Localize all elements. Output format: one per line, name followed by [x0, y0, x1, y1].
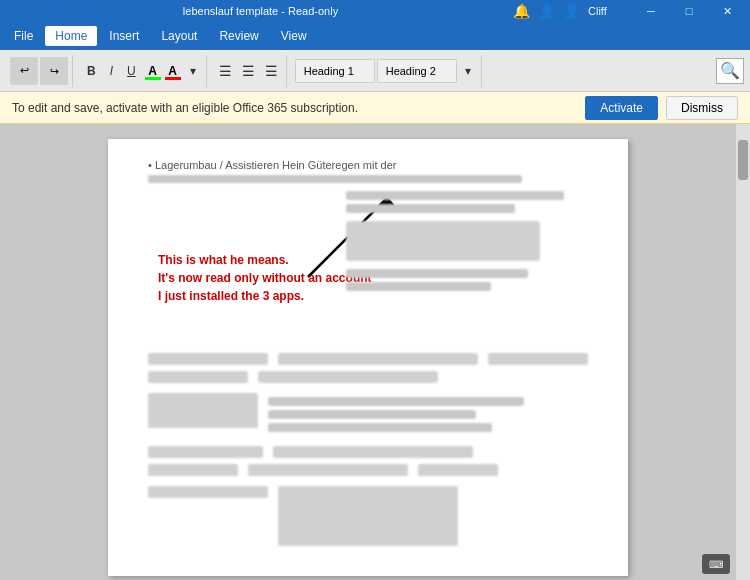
undo-group: ↩ ↩ — [6, 55, 73, 87]
underline-button[interactable]: U — [121, 61, 142, 81]
annotation-area: This is what he means. It's now read onl… — [148, 187, 588, 347]
notification-text: To edit and save, activate with an eligi… — [12, 101, 577, 115]
document-canvas: • Lagerumbau / Assistieren Hein Güterege… — [0, 124, 736, 580]
styles-dropdown[interactable]: ▾ — [459, 61, 477, 81]
title-bar: lebenslauf template - Read-only 🔔 👤 👤 Cl… — [0, 0, 750, 22]
bell-icon[interactable]: 🔔 — [513, 3, 530, 19]
numbered-button[interactable]: ☰ — [238, 61, 259, 81]
bullets-button[interactable]: ☰ — [215, 61, 236, 81]
font-color-button[interactable]: A — [164, 62, 182, 80]
menu-file[interactable]: File — [4, 26, 43, 46]
document-page: • Lagerumbau / Assistieren Hein Güterege… — [108, 139, 628, 576]
annotation-text: This is what he means. It's now read onl… — [158, 251, 372, 305]
close-button[interactable]: ✕ — [712, 0, 742, 22]
format-group: B I U A A ▾ — [77, 55, 207, 87]
minimize-button[interactable]: ─ — [636, 0, 666, 22]
scroll-thumb[interactable] — [738, 140, 748, 180]
status-icon: ⌨ — [702, 554, 730, 574]
menu-insert[interactable]: Insert — [99, 26, 149, 46]
menu-review[interactable]: Review — [209, 26, 268, 46]
align-button[interactable]: ☰ — [261, 61, 282, 81]
scrollbar[interactable] — [736, 124, 750, 580]
menu-view[interactable]: View — [271, 26, 317, 46]
bullet-visible-text: • Lagerumbau / Assistieren Hein Güterege… — [148, 159, 588, 171]
bold-button[interactable]: B — [81, 61, 102, 81]
annotation-line3: I just installed the 3 apps. — [158, 287, 372, 305]
highlight-button[interactable]: A — [144, 62, 162, 80]
menu-layout[interactable]: Layout — [151, 26, 207, 46]
maximize-button[interactable]: □ — [674, 0, 704, 22]
heading1-button[interactable]: Heading 1 — [295, 59, 375, 83]
blur-line-1 — [148, 175, 522, 183]
person-icon[interactable]: 👤 — [563, 3, 580, 19]
search-button[interactable]: 🔍 — [716, 58, 744, 84]
document-area: • Lagerumbau / Assistieren Hein Güterege… — [0, 124, 750, 580]
activate-button[interactable]: Activate — [585, 96, 658, 120]
dropdown-arrow[interactable]: ▾ — [184, 61, 202, 81]
list-group: ☰ ☰ ☰ — [211, 55, 287, 87]
account-icon[interactable]: 👤 — [538, 3, 555, 19]
right-content-top — [346, 187, 588, 295]
annotation-line2: It's now read only without an account — [158, 269, 372, 287]
user-name: Cliff — [588, 5, 628, 17]
annotation-line1: This is what he means. — [158, 251, 372, 269]
menu-home[interactable]: Home — [45, 26, 97, 46]
italic-button[interactable]: I — [104, 61, 119, 81]
content-section-2 — [148, 353, 588, 546]
undo-button[interactable]: ↩ — [10, 57, 38, 85]
dismiss-button[interactable]: Dismiss — [666, 96, 738, 120]
notification-bar: To edit and save, activate with an eligi… — [0, 92, 750, 124]
keyboard-icon: ⌨ — [709, 559, 723, 570]
redo-button[interactable]: ↩ — [40, 57, 68, 85]
heading2-button[interactable]: Heading 2 — [377, 59, 457, 83]
styles-group: Heading 1 Heading 2 ▾ — [291, 55, 482, 87]
title-bar-title: lebenslauf template - Read-only — [8, 5, 513, 17]
search-icon: 🔍 — [720, 61, 740, 80]
bottom-section — [148, 486, 588, 546]
menu-bar: File Home Insert Layout Review View — [0, 22, 750, 50]
toolbar: ↩ ↩ B I U A A ▾ ☰ ☰ ☰ Heading 1 Heading … — [0, 50, 750, 92]
